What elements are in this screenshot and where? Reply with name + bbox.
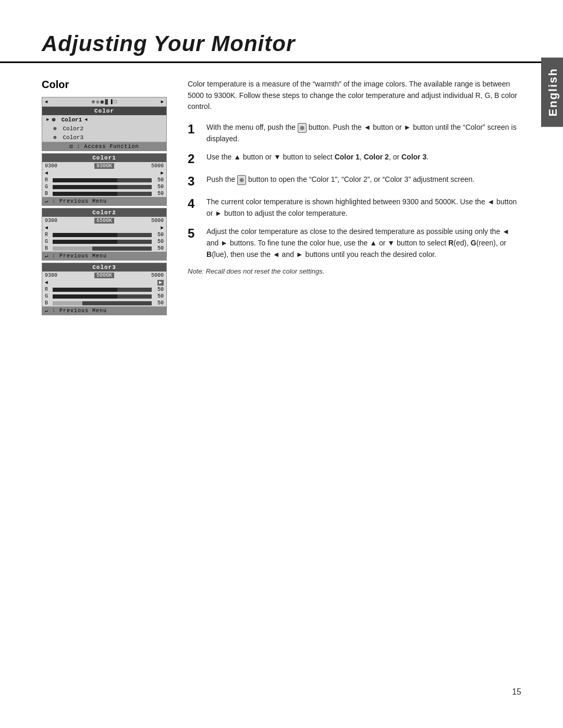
color2-b-value: 50 bbox=[153, 245, 164, 251]
color2-arrows: ◄ ► bbox=[42, 225, 166, 231]
english-tab: English bbox=[541, 57, 563, 127]
main-content: Color ◄ ⊞ ◎ ▦ ▓ ▐ □ ► Color ► bbox=[0, 79, 563, 317]
color2-r-fill bbox=[53, 233, 117, 237]
step-2-number: 2 bbox=[188, 152, 199, 167]
step-3-text: Push the ⊕ button to open the “Color 1”,… bbox=[206, 174, 521, 189]
osd-icon-3: ▦ bbox=[101, 99, 103, 105]
access-icon: ⊡ bbox=[69, 144, 73, 150]
color3-r-row: R 50 bbox=[42, 286, 166, 293]
color1-range: 9300 9300K 5000 bbox=[42, 162, 166, 170]
color2-g-label: G bbox=[45, 239, 51, 244]
color1-g-track bbox=[53, 185, 152, 189]
osd-arrow-right: ► bbox=[46, 117, 49, 122]
color2-range-mid: 6500K bbox=[94, 218, 114, 224]
color3-g-track bbox=[53, 294, 152, 299]
steps-list: 1 With the menu off, push the ⊕ button. … bbox=[188, 122, 521, 260]
osd-color3-icon: ⊛ bbox=[46, 134, 57, 141]
step-5-text: Adjust the color temperature as close to… bbox=[206, 226, 521, 260]
color3-range-right: 5000 bbox=[151, 273, 164, 278]
step-5-r: R bbox=[448, 239, 454, 247]
color1-g-value: 50 bbox=[153, 184, 164, 190]
color1-b-fill bbox=[53, 192, 117, 196]
color1-b-row: B 50 bbox=[42, 190, 166, 197]
color3-g-row: G 50 bbox=[42, 293, 166, 300]
osd-color3-label: Color3 bbox=[59, 134, 83, 141]
osd-icon-2: ◎ bbox=[96, 99, 99, 105]
step-1-number: 1 bbox=[188, 122, 199, 144]
step-3: 3 Push the ⊕ button to open the “Color 1… bbox=[188, 174, 521, 189]
color3-b-row: B 50 bbox=[42, 300, 166, 306]
color3-title: Color3 bbox=[42, 263, 166, 272]
osd-icon-6: □ bbox=[114, 100, 116, 105]
osd-menu-color1: ► ⊛ Color1 ◄ bbox=[42, 115, 166, 124]
color3-g-value: 50 bbox=[153, 293, 164, 299]
osd-icon-1: ⊞ bbox=[92, 99, 94, 105]
osd-icon-5: ▐ bbox=[109, 100, 112, 105]
color2-range-right: 5000 bbox=[151, 218, 164, 224]
color1-range-left: 9300 bbox=[45, 163, 57, 169]
note-paragraph: Note: Recall does not reset the color se… bbox=[188, 267, 521, 275]
color3-arrow-left: ◄ bbox=[45, 280, 48, 286]
osd-left-arrow: ◄ bbox=[45, 100, 47, 105]
prev-icon-2: ↵ bbox=[45, 253, 48, 259]
color3-range: 9300 5000K 5000 bbox=[42, 272, 166, 279]
step-2-bold: Color 1 bbox=[335, 153, 360, 161]
page-title-area: Adjusting Your Monitor bbox=[0, 0, 563, 63]
color2-range-left: 9300 bbox=[45, 218, 57, 224]
color2-g-fill bbox=[53, 240, 117, 244]
color2-range: 9300 6500K 5000 bbox=[42, 217, 166, 225]
step-2-bold2: Color 2 bbox=[364, 153, 389, 161]
color2-panel: Color2 9300 6500K 5000 ◄ ► R 50 G bbox=[42, 208, 167, 261]
osd-menu-color2: ⊛ Color2 bbox=[42, 124, 166, 133]
color3-g-label: G bbox=[45, 293, 51, 299]
color3-panel: Color3 9300 5000K 5000 ◄ ► R 50 G bbox=[42, 263, 167, 315]
step-4-number: 4 bbox=[188, 196, 199, 219]
color3-b-label: B bbox=[45, 300, 51, 306]
color3-b-value: 50 bbox=[153, 300, 164, 306]
color1-title: Color1 bbox=[42, 154, 166, 162]
color1-b-track bbox=[53, 192, 152, 196]
step-3-number: 3 bbox=[188, 174, 199, 189]
color1-range-mid: 9300K bbox=[94, 163, 114, 169]
color3-arrow-right: ► bbox=[157, 280, 164, 286]
color3-arrows: ◄ ► bbox=[42, 279, 166, 286]
color2-r-label: R bbox=[45, 232, 51, 238]
color1-r-label: R bbox=[45, 177, 51, 183]
osd-icons: ⊞ ◎ ▦ ▓ ▐ □ bbox=[92, 99, 116, 105]
osd-color1-label: Color1 bbox=[58, 117, 82, 123]
osd-main-menu: ◄ ⊞ ◎ ▦ ▓ ▐ □ ► Color ► ⊛ Color1 ◄ bbox=[42, 97, 167, 151]
color3-range-left: 9300 bbox=[45, 273, 57, 278]
color1-g-label: G bbox=[45, 184, 51, 190]
color1-prev-menu: ↵ : Previous Menu bbox=[42, 197, 166, 205]
color3-r-label: R bbox=[45, 287, 51, 292]
color1-arrows: ◄ ► bbox=[42, 170, 166, 177]
step-5-number: 5 bbox=[188, 226, 199, 260]
prev-icon-3: ↵ bbox=[45, 308, 48, 314]
color2-b-track bbox=[53, 246, 152, 251]
color2-b-fill bbox=[53, 246, 92, 251]
color2-r-track bbox=[53, 233, 152, 237]
color1-g-fill bbox=[53, 185, 117, 189]
section-heading: Color bbox=[42, 79, 167, 91]
color2-b-label: B bbox=[45, 245, 51, 251]
color2-arrow-left: ◄ bbox=[45, 225, 48, 231]
page-title: Adjusting Your Monitor bbox=[42, 31, 521, 61]
color1-b-label: B bbox=[45, 191, 51, 196]
color2-g-value: 50 bbox=[153, 239, 164, 244]
step-1: 1 With the menu off, push the ⊕ button. … bbox=[188, 122, 521, 144]
step-4: 4 The current color temperature is shown… bbox=[188, 196, 521, 219]
color1-r-fill bbox=[53, 178, 117, 182]
step-2-text: Use the ▲ button or ▼ button to select C… bbox=[206, 152, 521, 167]
color2-g-row: G 50 bbox=[42, 238, 166, 245]
color3-r-fill bbox=[53, 288, 117, 292]
color2-g-track bbox=[53, 240, 152, 244]
step-2: 2 Use the ▲ button or ▼ button to select… bbox=[188, 152, 521, 167]
prev-icon-1: ↵ bbox=[45, 199, 48, 204]
color1-b-value: 50 bbox=[153, 191, 164, 196]
color3-r-value: 50 bbox=[153, 287, 164, 292]
color3-prev-menu: ↵ : Previous Menu bbox=[42, 306, 166, 315]
color3-r-track bbox=[53, 288, 152, 292]
osd-color2-icon: ⊛ bbox=[46, 125, 57, 132]
step-5-g: G bbox=[471, 239, 476, 247]
osd-menu-color3: ⊛ Color3 bbox=[42, 133, 166, 142]
